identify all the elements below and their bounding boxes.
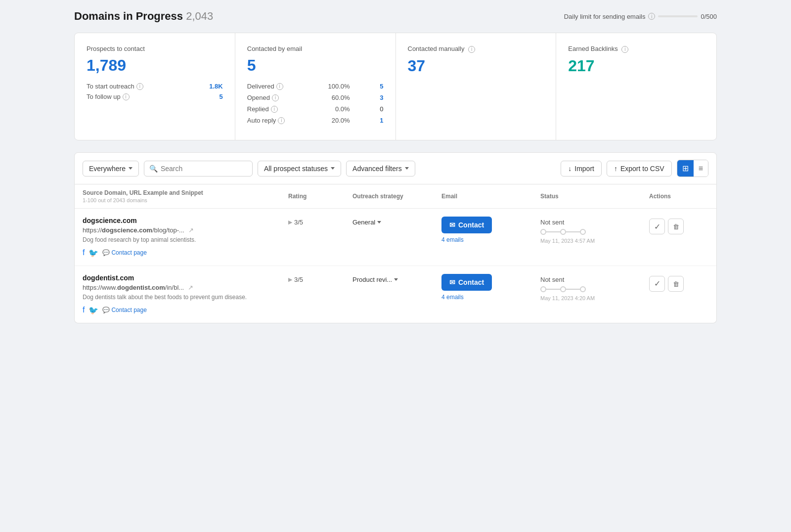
email-row-delivered: Delivered i 100.0% 5 — [247, 83, 384, 90]
status-cell-1: Not sent May 11, 2023 4:20 AM — [540, 274, 649, 301]
opened-label: Opened i — [247, 94, 297, 101]
manual-label: Contacted manually i — [408, 45, 544, 53]
check-button-0[interactable] — [649, 219, 665, 234]
status-cell-0: Not sent May 11, 2023 4:57 AM — [540, 217, 649, 244]
domain-snippet-0: Dog food research by top animal scientis… — [83, 236, 288, 244]
check-icon-0 — [654, 222, 660, 231]
import-icon — [568, 165, 571, 173]
status-label-1: Not sent — [540, 276, 649, 283]
page-count: 2,043 — [186, 10, 213, 22]
outreach-info-icon[interactable]: i — [136, 83, 143, 90]
contact-button-0[interactable]: Contact — [441, 217, 492, 233]
external-link-icon-0[interactable] — [188, 226, 194, 234]
col-actions: Actions — [649, 193, 708, 200]
search-box: 🔍 — [144, 161, 253, 177]
actions-cell-1 — [649, 274, 708, 292]
daily-limit: Daily limit for sending emails i 0/500 — [564, 13, 717, 20]
manual-value: 37 — [408, 57, 544, 75]
prospects-label: Prospects to contact — [87, 45, 223, 52]
advanced-filters-label: Advanced filters — [352, 165, 402, 173]
domain-socials-1: f 🐦 Contact page — [83, 306, 288, 315]
prospects-value: 1,789 — [87, 56, 223, 75]
rating-cell-0: ▶ 3/5 — [288, 217, 352, 226]
status-filter[interactable]: All prospect statuses — [258, 161, 341, 177]
delete-button-1[interactable] — [668, 276, 684, 292]
progress-dot-0 — [540, 229, 546, 235]
location-chevron-icon — [129, 167, 132, 170]
delivered-pct: 100.0% — [320, 83, 350, 90]
advanced-filters[interactable]: Advanced filters — [346, 161, 415, 177]
outreach-chevron-icon-0 — [377, 221, 381, 223]
twitter-icon-0[interactable]: 🐦 — [88, 248, 98, 258]
backlinks-info-icon[interactable]: i — [621, 46, 628, 53]
outreach-value: 1.8K — [209, 83, 222, 90]
daily-limit-info-icon[interactable]: i — [648, 13, 655, 20]
status-progress-1 — [540, 286, 649, 292]
domain-socials-0: f 🐦 Contact page — [83, 248, 288, 258]
status-progress-0 — [540, 229, 649, 235]
opened-count: 3 — [374, 94, 384, 101]
domain-name-0: dogscience.com — [83, 217, 288, 224]
domains-table: Source Domain, URL Example and Snippet 1… — [74, 184, 717, 323]
col-domain: Source Domain, URL Example and Snippet 1… — [83, 189, 288, 203]
email-value: 5 — [247, 56, 384, 75]
search-icon: 🔍 — [149, 165, 158, 173]
email-count-0[interactable]: 4 emails — [441, 236, 540, 243]
search-input[interactable] — [161, 165, 247, 173]
outreach-dropdown-0[interactable]: General — [352, 217, 441, 226]
stats-card: Prospects to contact 1,789 To start outr… — [74, 33, 717, 140]
daily-limit-label: Daily limit for sending emails — [564, 13, 646, 20]
export-button[interactable]: Export to CSV — [607, 161, 672, 177]
contact-page-link-1[interactable]: Contact page — [102, 307, 146, 313]
autoreply-info-icon[interactable]: i — [278, 117, 285, 124]
delete-button-0[interactable] — [668, 219, 684, 234]
facebook-icon-0[interactable]: f — [83, 248, 85, 257]
check-button-1[interactable] — [649, 276, 665, 292]
progress-dot-2 — [580, 229, 586, 235]
domain-cell-1: dogdentist.com https://www.dogdentist.co… — [83, 274, 288, 315]
grid-view-button[interactable] — [677, 160, 694, 177]
list-view-button[interactable] — [694, 160, 708, 177]
check-icon-1 — [654, 279, 660, 288]
external-link-icon-1[interactable] — [188, 284, 193, 291]
contact-button-1[interactable]: Contact — [441, 274, 492, 291]
email-label: Contacted by email — [247, 45, 384, 52]
replied-count: 0 — [374, 105, 384, 113]
delivered-label: Delivered i — [247, 83, 297, 90]
autoreply-pct: 20.0% — [320, 117, 350, 124]
progress-dot-3 — [540, 286, 546, 292]
replied-label: Replied i — [247, 105, 297, 113]
email-row-autoreply: Auto reply i 20.0% 1 — [247, 117, 384, 124]
grid-icon — [682, 164, 689, 173]
replied-info-icon[interactable]: i — [271, 106, 278, 113]
contact-page-link-0[interactable]: Contact page — [102, 249, 146, 256]
outreach-chevron-icon-1 — [394, 278, 398, 281]
replied-pct: 0.0% — [320, 105, 350, 113]
domain-url-1: https://www.dogdentist.com/in/bl... — [83, 284, 288, 291]
opened-info-icon[interactable]: i — [272, 94, 279, 101]
twitter-icon-1[interactable]: 🐦 — [88, 306, 98, 315]
followup-info-icon[interactable]: i — [123, 93, 130, 100]
rating-value-1: 3/5 — [294, 276, 303, 283]
outreach-dropdown-1[interactable]: Product revi... — [352, 274, 441, 283]
filter-bar: Everywhere 🔍 All prospect statuses Advan… — [74, 152, 717, 184]
location-filter-label: Everywhere — [89, 165, 126, 173]
rating-value-0: 3/5 — [294, 219, 303, 226]
col-status: Status — [540, 193, 649, 200]
domain-name-1: dogdentist.com — [83, 274, 288, 282]
facebook-icon-1[interactable]: f — [83, 306, 85, 314]
domain-snippet-1: Dog dentists talk about the best foods t… — [83, 293, 288, 302]
daily-limit-bar — [658, 15, 698, 17]
progress-line-3 — [546, 289, 560, 290]
delivered-info-icon[interactable]: i — [276, 83, 283, 90]
manual-info-icon[interactable]: i — [468, 46, 475, 53]
email-count-1[interactable]: 4 emails — [441, 294, 540, 301]
location-filter[interactable]: Everywhere — [83, 161, 139, 177]
opened-pct: 60.0% — [320, 94, 350, 101]
import-label: Import — [574, 165, 594, 173]
import-button[interactable]: Import — [561, 161, 602, 177]
domain-cell-0: dogscience.com https://dogscience.com/bl… — [83, 217, 288, 258]
stats-prospects: Prospects to contact 1,789 To start outr… — [75, 33, 235, 140]
progress-line-4 — [566, 289, 580, 290]
envelope-icon-0 — [449, 221, 455, 229]
